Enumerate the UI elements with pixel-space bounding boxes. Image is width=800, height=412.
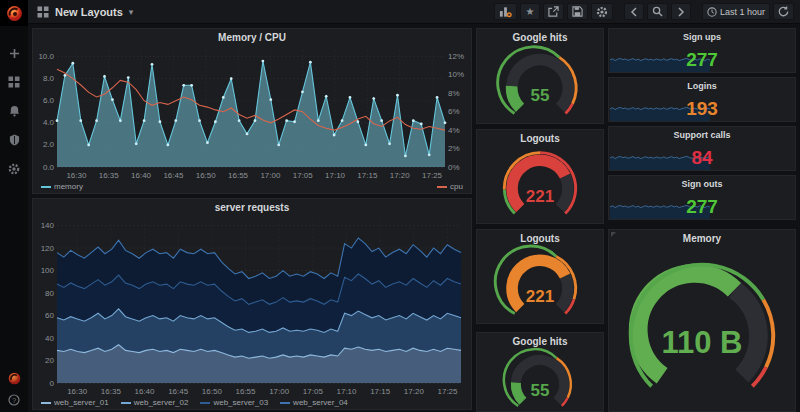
legend-item-web-server-01[interactable]: web_server_01 — [41, 398, 109, 407]
gauge-value: 55 — [477, 381, 603, 401]
panel-memory-cpu: Memory / CPU 0.02.04.06.08.010.00%2%4%6%… — [32, 28, 472, 194]
bell-icon — [9, 105, 20, 117]
panel-title[interactable]: Memory / CPU — [33, 29, 471, 44]
panel-title[interactable]: Logins — [609, 78, 795, 93]
panel-title[interactable]: Support calls — [609, 127, 795, 142]
gauge-value: 110 B — [609, 325, 795, 361]
legend-swatch — [41, 186, 51, 188]
svg-text:17:05: 17:05 — [293, 171, 314, 180]
svg-text:16:40: 16:40 — [135, 387, 156, 396]
svg-text:0.0: 0.0 — [43, 163, 55, 172]
time-forward-button[interactable] — [671, 3, 691, 20]
legend-item-memory[interactable]: memory — [41, 182, 83, 191]
sidebar-item-dashboards[interactable] — [7, 75, 21, 89]
plus-icon — [9, 48, 20, 59]
help-icon: ? — [8, 394, 20, 406]
legend-item-web-server-02[interactable]: web_server_02 — [121, 398, 189, 407]
svg-text:17:00: 17:00 — [269, 387, 290, 396]
sidebar-item-create[interactable] — [7, 46, 21, 60]
legend-swatch — [41, 402, 51, 404]
avatar-icon — [8, 372, 21, 385]
svg-text:0%: 0% — [448, 163, 460, 172]
help-button[interactable]: ? — [7, 393, 21, 407]
svg-text:120: 120 — [41, 244, 55, 253]
sidebar: ? — [0, 0, 28, 412]
time-range-label: Last 1 hour — [720, 7, 765, 17]
legend-label: web_server_02 — [134, 398, 189, 407]
share-dashboard-button[interactable] — [543, 3, 564, 20]
refresh-button[interactable] — [773, 3, 794, 20]
legend-label: cpu — [450, 182, 463, 191]
sidebar-item-alerting[interactable] — [7, 104, 21, 118]
svg-text:16:45: 16:45 — [163, 171, 184, 180]
svg-text:17:25: 17:25 — [422, 171, 443, 180]
panel-stat-sign-outs: Sign outs 277 — [608, 175, 796, 220]
gauge-arc — [477, 243, 603, 324]
magnifier-icon — [652, 6, 663, 17]
gauge-value: 55 — [477, 86, 603, 106]
refresh-icon — [778, 6, 789, 17]
svg-text:16:35: 16:35 — [99, 171, 120, 180]
gauge-arc — [477, 345, 603, 412]
svg-text:4%: 4% — [448, 126, 460, 135]
legend-item-cpu[interactable]: cpu — [437, 182, 463, 191]
shield-icon — [9, 134, 20, 146]
svg-text:12%: 12% — [448, 52, 464, 61]
sidebar-item-configuration[interactable] — [7, 162, 21, 176]
time-back-button[interactable] — [624, 3, 644, 20]
svg-text:60: 60 — [45, 311, 54, 320]
stat-value: 277 — [609, 196, 795, 218]
user-avatar[interactable] — [7, 371, 21, 385]
svg-text:6.0: 6.0 — [43, 96, 55, 105]
star-dashboard-button[interactable]: ★ — [520, 3, 540, 20]
panel-gauge-memory: Memory 110 B — [608, 229, 796, 412]
save-dashboard-button[interactable] — [567, 3, 588, 20]
grafana-logo-icon — [6, 5, 23, 22]
svg-text:10.0: 10.0 — [38, 52, 54, 61]
panel-title[interactable]: Sign outs — [609, 176, 795, 191]
svg-text:20: 20 — [45, 356, 54, 365]
panel-title[interactable]: Sign ups — [609, 29, 795, 44]
panel-title[interactable]: server requests — [33, 199, 471, 214]
svg-text:17:25: 17:25 — [438, 387, 459, 396]
time-range-button[interactable]: Last 1 hour — [702, 3, 770, 20]
add-panel-icon — [499, 6, 512, 18]
svg-text:17:10: 17:10 — [325, 171, 346, 180]
legend-item-web-server-03[interactable]: web_server_03 — [200, 398, 268, 407]
dashboards-grid-icon — [8, 76, 20, 88]
grafana-logo[interactable] — [0, 0, 28, 26]
svg-text:80: 80 — [45, 289, 54, 298]
svg-text:10%: 10% — [448, 70, 464, 79]
svg-text:8%: 8% — [448, 89, 460, 98]
server-requests-chart[interactable]: 02040608010012014016:3016:3516:4016:4516… — [33, 214, 471, 396]
chevron-right-icon — [677, 7, 685, 17]
panel-stat-logins: Logins 193 — [608, 77, 796, 122]
panel-corner-icon[interactable] — [611, 232, 619, 240]
zoom-out-button[interactable] — [647, 3, 668, 20]
svg-text:2%: 2% — [448, 144, 460, 153]
legend-label: web_server_04 — [293, 398, 348, 407]
stat-value: 277 — [609, 49, 795, 71]
grafana-app: ? New Layouts ▾ ★ — [0, 0, 800, 412]
gauge-value: 221 — [477, 187, 603, 207]
chevron-left-icon — [630, 7, 638, 17]
svg-text:16:35: 16:35 — [101, 387, 122, 396]
add-panel-button[interactable] — [494, 3, 517, 20]
gear-icon — [8, 163, 20, 175]
svg-text:4.0: 4.0 — [43, 118, 55, 127]
dashboard-title[interactable]: New Layouts — [55, 6, 123, 18]
legend-swatch — [200, 402, 210, 404]
dashboard-settings-button[interactable] — [591, 3, 613, 20]
svg-text:16:50: 16:50 — [196, 171, 217, 180]
memory-cpu-chart[interactable]: 0.02.04.06.08.010.00%2%4%6%8%10%12%16:30… — [33, 44, 471, 180]
dashboard-grid: Memory / CPU 0.02.04.06.08.010.00%2%4%6%… — [28, 24, 800, 412]
svg-text:8.0: 8.0 — [43, 74, 55, 83]
svg-text:100: 100 — [41, 266, 55, 275]
stat-value: 193 — [609, 98, 795, 120]
panel-stat-support-calls: Support calls 84 — [608, 126, 796, 171]
sidebar-item-admin[interactable] — [7, 133, 21, 147]
legend-item-web-server-04[interactable]: web_server_04 — [280, 398, 348, 407]
svg-text:17:05: 17:05 — [303, 387, 324, 396]
star-icon: ★ — [525, 7, 534, 17]
panel-title[interactable]: Memory — [609, 230, 795, 245]
